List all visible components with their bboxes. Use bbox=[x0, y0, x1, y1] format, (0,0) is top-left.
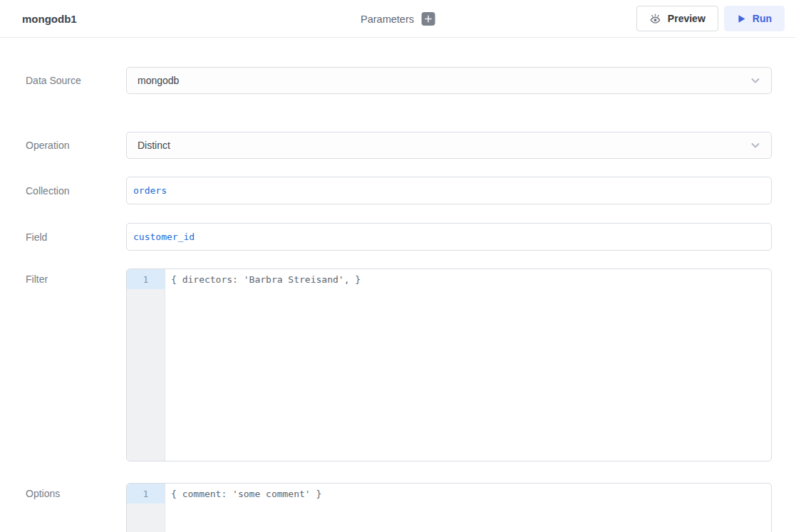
options-editor-gutter: 1 bbox=[127, 484, 165, 532]
filter-code-editor[interactable]: 1 { directors: 'Barbra Streisand', } bbox=[126, 268, 772, 461]
collection-row: Collection orders bbox=[0, 177, 796, 204]
parameters-label: Parameters bbox=[361, 14, 414, 25]
data-source-row: Data Source mongodb bbox=[0, 67, 796, 94]
field-value: customer_id bbox=[133, 231, 195, 242]
collection-value: orders bbox=[133, 185, 167, 196]
filter-editor-gutter: 1 bbox=[127, 269, 165, 461]
collection-label: Collection bbox=[26, 185, 69, 197]
run-button-label: Run bbox=[753, 13, 772, 24]
field-row: Field customer_id bbox=[0, 223, 796, 251]
field-label: Field bbox=[26, 231, 47, 243]
operation-label: Operation bbox=[26, 140, 69, 151]
preview-button[interactable]: Preview bbox=[636, 6, 718, 31]
header-actions: Preview Run bbox=[636, 6, 785, 31]
preview-button-label: Preview bbox=[668, 13, 705, 24]
data-source-value: mongodb bbox=[138, 75, 179, 86]
chevron-down-icon bbox=[750, 140, 761, 151]
plus-icon bbox=[425, 15, 433, 23]
filter-code-line: { directors: 'Barbra Streisand', } bbox=[165, 269, 771, 289]
options-label: Options bbox=[26, 488, 60, 499]
operation-row: Operation Distinct bbox=[0, 132, 796, 159]
filter-label: Filter bbox=[26, 273, 48, 285]
operation-value: Distinct bbox=[138, 140, 170, 151]
filter-row: Filter 1 { directors: 'Barbra Streisand'… bbox=[0, 268, 796, 461]
play-icon bbox=[737, 14, 746, 24]
eye-icon bbox=[649, 14, 661, 24]
data-source-select[interactable]: mongodb bbox=[126, 67, 772, 94]
collection-input[interactable]: orders bbox=[126, 177, 772, 204]
options-code-editor[interactable]: 1 { comment: 'some comment' } bbox=[126, 483, 772, 532]
query-title: mongodb1 bbox=[22, 13, 77, 25]
query-editor-header: mongodb1 Parameters Preview bbox=[0, 0, 796, 38]
query-form: Data Source mongodb Operation Distinct bbox=[0, 38, 796, 532]
options-line-number: 1 bbox=[127, 484, 165, 504]
field-input[interactable]: customer_id bbox=[126, 223, 772, 251]
run-button[interactable]: Run bbox=[724, 6, 785, 31]
data-source-label: Data Source bbox=[26, 75, 81, 86]
add-parameter-button[interactable] bbox=[422, 12, 435, 26]
options-code-line: { comment: 'some comment' } bbox=[165, 484, 771, 504]
filter-line-number: 1 bbox=[127, 269, 165, 289]
chevron-down-icon bbox=[750, 75, 761, 86]
filter-code-area[interactable]: { directors: 'Barbra Streisand', } bbox=[165, 269, 771, 461]
operation-select[interactable]: Distinct bbox=[126, 132, 772, 159]
options-row: Options 1 { comment: 'some comment' } bbox=[0, 483, 796, 532]
parameters-section: Parameters bbox=[361, 0, 435, 38]
options-code-area[interactable]: { comment: 'some comment' } bbox=[165, 484, 771, 532]
